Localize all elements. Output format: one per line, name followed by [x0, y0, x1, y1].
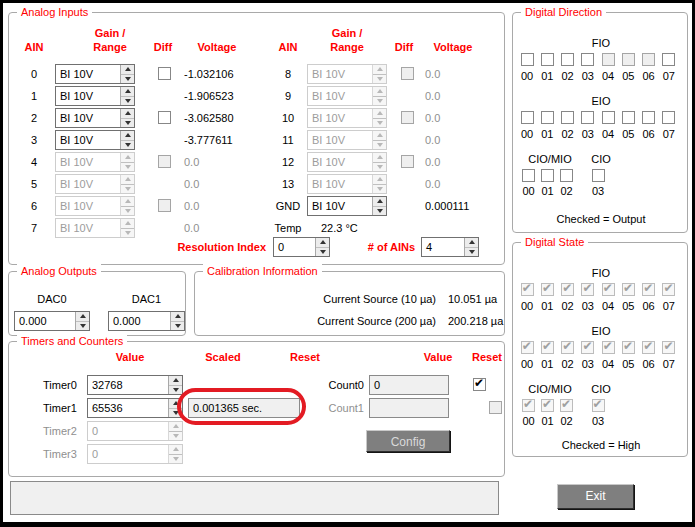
eio-bit-labels: 00 01 02 03 04 05 06 07	[517, 128, 679, 140]
digital-direction-panel: Digital Direction FIO 00 01 02 03 04 05 …	[512, 12, 688, 233]
bit-label: 02	[558, 70, 578, 82]
bit-checkbox[interactable]	[521, 111, 534, 124]
spinner-up-icon	[373, 153, 386, 163]
bit-checkbox[interactable]	[560, 169, 573, 182]
bit-checkbox[interactable]	[581, 53, 594, 66]
cio-label: CIO	[579, 153, 623, 165]
spinner-up-icon[interactable]	[169, 376, 182, 386]
bit-checkbox	[521, 283, 534, 296]
count1-reset-checkbox	[489, 401, 502, 414]
spinner-down-icon[interactable]	[169, 409, 182, 418]
bit-checkbox[interactable]	[541, 53, 554, 66]
fio-label: FIO	[513, 37, 689, 49]
bit-checkbox	[541, 399, 554, 412]
cio-direction-checkboxes	[519, 169, 608, 184]
cio-state-checkboxes	[519, 399, 608, 414]
voltage-value: 0.000111	[425, 200, 469, 212]
fio-bit-labels: 00 01 02 03 04 05 06 07	[517, 300, 679, 312]
app-window: Analog Inputs AIN Gain / Range Diff Volt…	[0, 0, 695, 527]
spinner-down-icon	[169, 432, 182, 441]
spinner-down-icon[interactable]	[465, 248, 478, 257]
spinner-down-icon[interactable]	[169, 386, 182, 395]
resolution-index-value: 0	[274, 238, 315, 256]
bit-checkbox[interactable]	[561, 53, 574, 66]
bit-label: 07	[659, 128, 679, 140]
gain-range-spinner[interactable]: BI 10V	[307, 196, 387, 216]
analog-inputs-panel: Analog Inputs AIN Gain / Range Diff Volt…	[8, 12, 505, 265]
ain-label: 13	[263, 178, 313, 190]
spinner-buttons[interactable]	[464, 238, 478, 256]
spinner-up-icon[interactable]	[76, 312, 89, 322]
spinner-up-icon[interactable]	[171, 312, 184, 322]
bit-checkbox[interactable]	[622, 111, 635, 124]
timer1-spinner[interactable]: 65536	[87, 398, 183, 418]
num-ains-spinner[interactable]: 4	[421, 237, 479, 257]
bit-label: 03	[588, 185, 608, 197]
config-button[interactable]: Config	[366, 430, 450, 452]
gain-range-value: BI 10V	[308, 109, 372, 127]
bit-checkbox[interactable]	[522, 169, 535, 182]
bit-label: 04	[598, 300, 618, 312]
bit-checkbox[interactable]	[662, 111, 675, 124]
spinner-down-icon	[373, 119, 386, 128]
spinner-up-icon[interactable]	[169, 399, 182, 409]
spinner-buttons[interactable]	[372, 197, 386, 215]
bit-checkbox[interactable]	[642, 111, 655, 124]
spinner-up-icon[interactable]	[316, 238, 329, 248]
bit-checkbox[interactable]	[561, 111, 574, 124]
exit-button[interactable]: Exit	[557, 484, 634, 509]
spinner-down-icon[interactable]	[316, 248, 329, 257]
ain-label: 9	[263, 90, 313, 102]
bit-checkbox[interactable]	[521, 53, 534, 66]
status-bar	[10, 481, 499, 515]
count0-reset-checkbox[interactable]	[473, 378, 486, 391]
spinner-buttons[interactable]	[315, 238, 329, 256]
ain-row: 8 BI 10V 0.0	[9, 64, 504, 84]
panel-title-calibration: Calibration Information	[203, 264, 322, 278]
bit-checkbox[interactable]	[592, 169, 605, 182]
ain-label: GND	[263, 200, 313, 212]
ain-label: 11	[263, 134, 313, 146]
timer0-spinner[interactable]: 32768	[87, 375, 183, 395]
spinner-down-icon[interactable]	[171, 322, 184, 331]
count1-value-box	[369, 398, 449, 418]
count0-label: Count0	[314, 379, 364, 391]
bit-label: 06	[639, 300, 659, 312]
bit-label: 00	[517, 300, 537, 312]
bit-label: 05	[618, 70, 638, 82]
spinner-up-icon[interactable]	[373, 197, 386, 207]
bit-checkbox[interactable]	[581, 111, 594, 124]
bit-label: 05	[618, 300, 638, 312]
spinner-buttons[interactable]	[170, 312, 184, 330]
spinner-buttons[interactable]	[168, 399, 182, 417]
dac1-spinner[interactable]: 0.000	[108, 311, 185, 331]
voltage-value: 0.0	[425, 68, 440, 80]
ain-row: 10 BI 10V 0.0	[9, 108, 504, 128]
cal-value: 200.218 µa	[448, 315, 503, 327]
dac0-spinner[interactable]: 0.000	[14, 311, 90, 331]
spinner-buttons[interactable]	[75, 312, 89, 330]
spinner-down-icon	[373, 97, 386, 106]
bit-label: 03	[578, 358, 598, 370]
spinner-up-icon	[373, 131, 386, 141]
spinner-down-icon[interactable]	[373, 207, 386, 216]
spinner-down-icon[interactable]	[76, 322, 89, 331]
bit-checkbox[interactable]	[602, 111, 615, 124]
ain-row: 13 BI 10V 0.0	[9, 174, 504, 194]
bit-label: 03	[578, 300, 598, 312]
resolution-index-spinner[interactable]: 0	[273, 237, 330, 257]
timer1-label: Timer1	[43, 402, 77, 414]
spinner-buttons[interactable]	[168, 376, 182, 394]
bit-checkbox[interactable]	[541, 111, 554, 124]
bit-checkbox[interactable]	[541, 169, 554, 182]
col-header-range: Range	[309, 41, 385, 53]
panel-title-analog-outputs: Analog Outputs	[17, 264, 101, 278]
voltage-value: 0.0	[425, 112, 440, 124]
spinner-buttons	[168, 422, 182, 440]
num-ains-value: 4	[422, 238, 464, 256]
bit-checkbox[interactable]	[662, 53, 675, 66]
col-header-diff: Diff	[141, 41, 185, 53]
spinner-up-icon[interactable]	[465, 238, 478, 248]
cio-mio-label: CIO/MIO	[517, 153, 583, 165]
temp-label: Temp	[263, 222, 313, 234]
